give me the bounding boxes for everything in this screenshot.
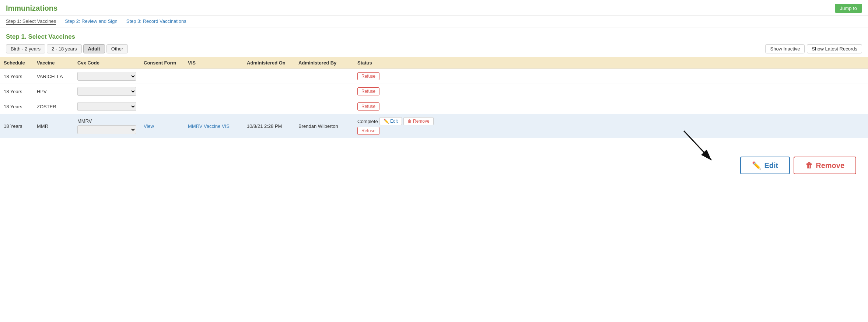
cvx-select[interactable] [77, 102, 136, 111]
show-latest-records-button[interactable]: Show Latest Records [807, 44, 862, 53]
cell-vis [184, 84, 243, 99]
table-row: 18 Years ZOSTER Refuse [0, 99, 868, 114]
vis-link[interactable]: MMRV Vaccine VIS [188, 123, 230, 129]
edit-big-label: Edit [764, 161, 778, 170]
filter-birth-2years[interactable]: Birth - 2 years [6, 44, 45, 53]
filter-other[interactable]: Other [106, 44, 128, 53]
cell-vaccine: VARICELLA [33, 69, 74, 84]
col-header-cvx: Cvx Code [74, 57, 140, 69]
filter-2-18years[interactable]: 2 - 18 years [47, 44, 82, 53]
col-header-consent: Consent Form [140, 57, 184, 69]
jump-to-button[interactable]: Jump to [835, 4, 862, 13]
cell-schedule: 18 Years [0, 114, 33, 138]
cell-cvx: MMRV [74, 114, 140, 138]
refuse-button[interactable]: Refuse [357, 72, 379, 80]
tab-step1[interactable]: Step 1: Select Vaccines [6, 18, 56, 25]
cell-admin-on: 10/8/21 2:28 PM [243, 114, 295, 138]
age-filter-buttons: Birth - 2 years 2 - 18 years Adult Other [6, 44, 128, 53]
cell-consent [140, 84, 184, 99]
col-header-schedule: Schedule [0, 57, 33, 69]
cvx-select[interactable] [77, 72, 136, 81]
cell-admin-by [295, 69, 354, 84]
col-header-admin-by: Administered By [295, 57, 354, 69]
cell-vis [184, 69, 243, 84]
cell-admin-on [243, 84, 295, 99]
col-header-admin-on: Administered On [243, 57, 295, 69]
cell-admin-by [295, 99, 354, 114]
cell-admin-by [295, 84, 354, 99]
cell-schedule: 18 Years [0, 84, 33, 99]
table-header-row: Schedule Vaccine Cvx Code Consent Form V… [0, 57, 868, 69]
table-row: 18 Years VARICELLA Refuse [0, 69, 868, 84]
cell-status: Refuse [354, 69, 868, 84]
cell-cvx [74, 99, 140, 114]
table-row: 18 Years HPV Refuse [0, 84, 868, 99]
page-title: Immunizations [6, 4, 57, 13]
edit-button-inline[interactable]: ✏️ Edit [379, 117, 402, 125]
col-header-vaccine: Vaccine [33, 57, 74, 69]
cell-vis: MMRV Vaccine VIS [184, 114, 243, 138]
cell-consent [140, 69, 184, 84]
edit-big-button[interactable]: ✏️ Edit [740, 157, 790, 174]
cell-vaccine: HPV [33, 84, 74, 99]
consent-form-link[interactable]: View [144, 123, 154, 129]
cell-vaccine: ZOSTER [33, 99, 74, 114]
remove-big-button[interactable]: 🗑 Remove [794, 157, 856, 174]
show-inactive-button[interactable]: Show Inactive [765, 44, 805, 53]
cell-status: Refuse [354, 99, 868, 114]
pencil-icon: ✏️ [752, 161, 761, 170]
cvx-select[interactable] [77, 87, 136, 96]
cell-cvx [74, 69, 140, 84]
trash-icon: 🗑 [805, 161, 813, 170]
cell-admin-on [243, 99, 295, 114]
right-filter-buttons: Show Inactive Show Latest Records [765, 44, 862, 53]
tab-step2[interactable]: Step 2: Review and Sign [65, 18, 117, 25]
cell-schedule: 18 Years [0, 69, 33, 84]
refuse-button[interactable]: Refuse [357, 87, 379, 95]
cell-schedule: 18 Years [0, 99, 33, 114]
section-title: Step 1. Select Vaccines [0, 28, 868, 44]
bottom-actions: ✏️ Edit 🗑 Remove [0, 146, 862, 180]
col-header-status: Status [354, 57, 868, 69]
refuse-button[interactable]: Refuse [357, 102, 379, 111]
cell-status: Refuse [354, 84, 868, 99]
cell-admin-on [243, 69, 295, 84]
cell-status: Complete ✏️ Edit 🗑 Remove Refuse [354, 114, 868, 138]
cell-vis [184, 99, 243, 114]
wizard-tabs: Step 1: Select Vaccines Step 2: Review a… [0, 15, 868, 28]
table-row: 18 Years MMR MMRV View MMRV Vaccine VIS … [0, 114, 868, 138]
remove-big-label: Remove [816, 161, 844, 170]
col-header-vis: VIS [184, 57, 243, 69]
vaccines-table: Schedule Vaccine Cvx Code Consent Form V… [0, 57, 868, 138]
cell-cvx [74, 84, 140, 99]
tab-step3[interactable]: Step 3: Record Vaccinations [126, 18, 186, 25]
filter-row: Birth - 2 years 2 - 18 years Adult Other… [0, 44, 868, 57]
cvx-select[interactable] [77, 125, 136, 134]
remove-button-inline[interactable]: 🗑 Remove [403, 117, 434, 125]
cell-admin-by: Brendan Wilberton [295, 114, 354, 138]
complete-status: Complete [357, 119, 378, 124]
refuse-button[interactable]: Refuse [357, 127, 379, 135]
cell-consent: View [140, 114, 184, 138]
cell-vaccine: MMR [33, 114, 74, 138]
filter-adult[interactable]: Adult [83, 44, 105, 53]
cell-consent [140, 99, 184, 114]
